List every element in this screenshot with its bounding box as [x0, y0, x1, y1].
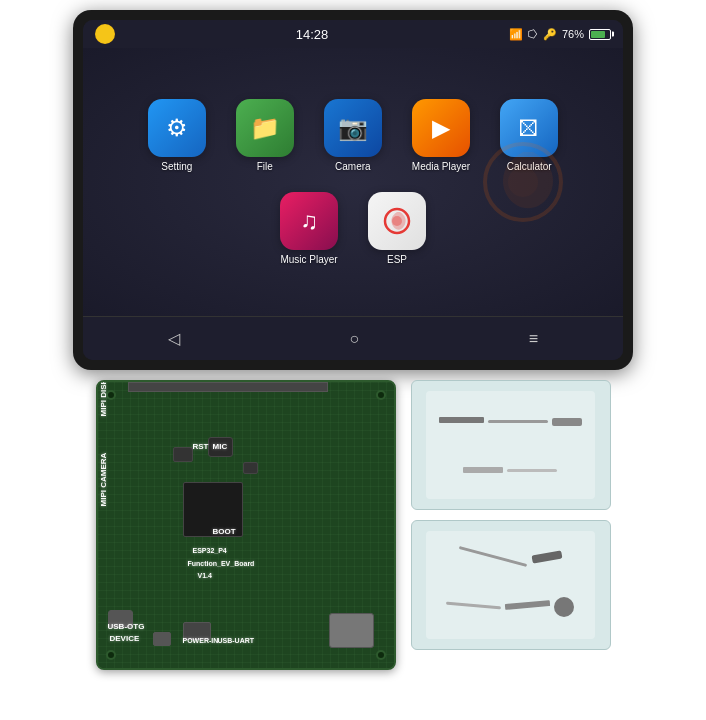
svg-point-1 [508, 167, 538, 197]
tablet-screen: 14:28 📶 ⭔ 🔑 76% [83, 20, 623, 360]
weather-icon [95, 24, 115, 44]
pcb-surface: MIPI DISPLAY MIPI CAMERA RST MIC BOOT ES… [98, 382, 394, 668]
ethernet-connector [329, 613, 374, 648]
pcb-board: MIPI DISPLAY MIPI CAMERA RST MIC BOOT ES… [96, 380, 396, 670]
nav-back-button[interactable]: ◁ [156, 325, 192, 352]
nav-bar: ◁ ○ ≡ [83, 316, 623, 360]
screw-hole-br [376, 650, 386, 660]
cable-bag-2-inner [426, 531, 594, 640]
status-bar-left [95, 24, 115, 44]
round-connector [554, 597, 574, 617]
top-connector [128, 382, 328, 392]
app-grid: ⚙ Setting 📁 File 📷 Camera ▶ Media Player… [83, 48, 623, 316]
esp-icon [368, 192, 426, 250]
pcb-label-boot: BOOT [213, 527, 236, 536]
app-media-player[interactable]: ▶ Media Player [412, 99, 470, 172]
status-bar: 14:28 📶 ⭔ 🔑 76% [83, 20, 623, 48]
cable-connector-1 [552, 418, 582, 426]
app-row-2: ♫ Music Player ESP [280, 192, 426, 265]
battery-percent: 76% [562, 28, 584, 40]
app-music-player[interactable]: ♫ Music Player [280, 192, 338, 265]
pcb-label-device: DEVICE [110, 634, 140, 643]
pcb-label-version: V1.4 [198, 572, 212, 579]
cable-bag-2 [411, 520, 611, 650]
app-file[interactable]: 📁 File [236, 99, 294, 172]
pcb-label-mic: MIC [213, 442, 228, 451]
cable-line-1 [488, 420, 548, 423]
app-camera[interactable]: 📷 Camera [324, 99, 382, 172]
bluetooth-icon: ⭔ [528, 28, 538, 41]
nav-menu-button[interactable]: ≡ [517, 326, 550, 352]
small-chip-2 [243, 462, 258, 474]
file-icon: 📁 [236, 99, 294, 157]
media-player-icon: ▶ [412, 99, 470, 157]
battery-icon [589, 29, 611, 40]
pcb-label-rst: RST [193, 442, 209, 451]
media-player-label: Media Player [412, 161, 470, 172]
music-player-icon: ♫ [280, 192, 338, 250]
svg-point-3 [392, 216, 402, 226]
screw-hole-bl [106, 650, 116, 660]
app-esp[interactable]: ESP [368, 192, 426, 265]
cable-bag-1-inner [426, 391, 594, 500]
camera-label: Camera [335, 161, 371, 172]
usb-connector-2 [153, 632, 171, 646]
pcb-label-mipi-display: MIPI DISPLAY [98, 380, 107, 417]
bottom-section: MIPI DISPLAY MIPI CAMERA RST MIC BOOT ES… [10, 380, 696, 710]
pcb-label-esp32: ESP32_P4 [193, 547, 227, 554]
esp-label: ESP [387, 254, 407, 265]
music-player-label: Music Player [280, 254, 337, 265]
battery-fill [591, 31, 605, 38]
pcb-label-usb-otg: USB-OTG [108, 622, 145, 631]
cable-line-3 [459, 546, 527, 567]
cables-section [411, 380, 611, 710]
cable-connector-2 [532, 550, 563, 563]
flat-cable-3 [505, 600, 550, 610]
status-bar-right: 📶 ⭔ 🔑 76% [509, 28, 611, 41]
screw-hole-tr [376, 390, 386, 400]
flat-cable-1 [439, 417, 484, 423]
pcb-label-power: POWER-IN [183, 637, 219, 644]
cable-line-4 [446, 601, 501, 609]
flat-cable-2 [463, 467, 503, 473]
cable-bag-1 [411, 380, 611, 510]
nav-home-button[interactable]: ○ [337, 326, 371, 352]
status-time: 14:28 [296, 27, 329, 42]
pcb-label-function: Function_EV_Board [188, 560, 255, 567]
key-icon: 🔑 [543, 28, 557, 41]
small-chip-1 [173, 447, 193, 462]
camera-icon: 📷 [324, 99, 382, 157]
pcb-label-mipi-camera: MIPI CAMERA [98, 453, 107, 507]
app-setting[interactable]: ⚙ Setting [148, 99, 206, 172]
wifi-icon: 📶 [509, 28, 523, 41]
pcb-label-usb-uart: USB-UART [218, 637, 255, 644]
cable-line-2 [507, 469, 557, 472]
setting-label: Setting [161, 161, 192, 172]
file-label: File [257, 161, 273, 172]
setting-icon: ⚙ [148, 99, 206, 157]
watermark [483, 142, 563, 222]
tablet: 14:28 📶 ⭔ 🔑 76% [73, 10, 633, 370]
